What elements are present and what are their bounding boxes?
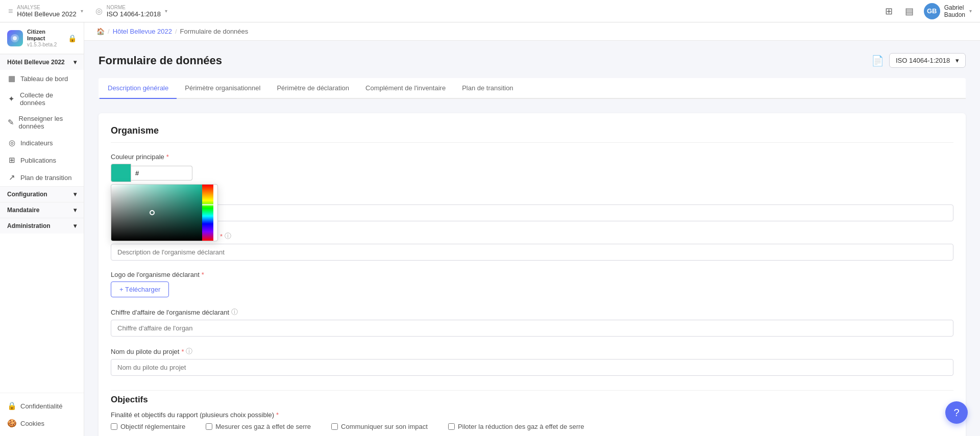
checkbox-input-2[interactable] bbox=[331, 423, 338, 430]
objectifs-title: Objectifs bbox=[111, 390, 953, 405]
sidebar-mandataire-header[interactable]: Mandataire ▾ bbox=[0, 202, 84, 218]
checkbox-row: Objectif réglementaire Mesurer ces gaz à… bbox=[111, 423, 953, 430]
checkbox-input-1[interactable] bbox=[206, 423, 212, 430]
upload-button[interactable]: + Télécharger bbox=[111, 281, 169, 297]
mandataire-chevron: ▾ bbox=[74, 207, 77, 214]
administration-label: Administration bbox=[7, 222, 51, 229]
tab-plan-transition[interactable]: Plan de transition bbox=[454, 78, 521, 99]
checkbox-item-0[interactable]: Objectif réglementaire bbox=[111, 423, 185, 430]
color-picker-popup[interactable] bbox=[111, 184, 218, 241]
checkbox-label-0: Objectif réglementaire bbox=[120, 423, 185, 430]
grid-icon[interactable]: ⊞ bbox=[883, 4, 895, 19]
organisme-title: Organisme bbox=[111, 125, 953, 143]
chiffre-affaire-label: Chiffre d'affaire de l'organisme déclara… bbox=[111, 307, 953, 317]
sidebar-item-cookies[interactable]: 🍪 Cookies bbox=[0, 415, 84, 432]
sidebar-bottom: 🔒 Confidentialité 🍪 Cookies bbox=[0, 393, 84, 436]
chiffre-affaire-input[interactable] bbox=[111, 320, 953, 337]
top-header: ≡ ANALYSE Hôtel Bellevue 2022 ▾ ◎ NORME … bbox=[0, 0, 980, 22]
nom-pilote-input[interactable] bbox=[111, 359, 953, 376]
nom-declarant-input[interactable] bbox=[111, 204, 953, 221]
norme-icon: ◎ bbox=[95, 6, 103, 16]
sidebar-configuration-header[interactable]: Configuration ▾ bbox=[0, 186, 84, 202]
color-gradient[interactable] bbox=[111, 185, 202, 241]
configuration-chevron: ▾ bbox=[74, 191, 77, 198]
color-swatch[interactable] bbox=[111, 164, 131, 182]
collecte-icon: ✦ bbox=[7, 94, 16, 104]
analyse-chevron[interactable]: ▾ bbox=[81, 8, 83, 14]
svg-point-1 bbox=[13, 36, 17, 40]
sidebar-item-plan-de-transition[interactable]: ↗ Plan de transition bbox=[0, 169, 84, 186]
sidebar-administration-header[interactable]: Administration ▾ bbox=[0, 218, 84, 234]
analyse-label: ANALYSE bbox=[17, 5, 76, 10]
checkbox-item-3[interactable]: Piloter la réduction des gaz à effet de … bbox=[448, 423, 584, 430]
sidebar-item-confidentialite[interactable]: 🔒 Confidentialité bbox=[0, 397, 84, 415]
sidebar-item-tableau-de-bord[interactable]: ▦ Tableau de bord bbox=[0, 70, 84, 87]
nom-declarant-group: Nom de l'organisme déclarant * ⓘ bbox=[111, 192, 953, 221]
avatar: GB bbox=[924, 3, 940, 19]
tab-complement-inventaire[interactable]: Complément de l'inventaire bbox=[357, 78, 454, 99]
dashboard-icon: ▦ bbox=[7, 74, 16, 83]
sidebar-item-label: Confidentialité bbox=[20, 402, 62, 410]
page-header-right: 📄 ISO 14064-1:2018 ▾ bbox=[871, 53, 966, 68]
breadcrumb-level1[interactable]: Hôtel Bellevue 2022 bbox=[113, 28, 172, 35]
analyse-info: ANALYSE Hôtel Bellevue 2022 bbox=[17, 5, 76, 18]
logo-text-block: Citizen Impact v1.5.3-beta.2 bbox=[27, 29, 64, 47]
sidebar-item-renseigner-les-donnees[interactable]: ✎ Renseigner les données bbox=[0, 111, 84, 134]
checkbox-label-2: Communiquer sur son impact bbox=[341, 423, 428, 430]
sidebar-project-header[interactable]: Hôtel Bellevue 2022 ▾ bbox=[0, 54, 84, 70]
color-hex-input[interactable] bbox=[131, 166, 192, 181]
checkbox-input-3[interactable] bbox=[448, 423, 455, 430]
norm-select[interactable]: ISO 14064-1:2018 ▾ bbox=[889, 53, 966, 68]
checkbox-item-2[interactable]: Communiquer sur son impact bbox=[331, 423, 428, 430]
nom-pilote-label: Nom du pilote du projet * ⓘ bbox=[111, 347, 953, 356]
checkbox-input-0[interactable] bbox=[111, 423, 117, 430]
color-picker-main bbox=[111, 185, 217, 241]
norme-chevron[interactable]: ▾ bbox=[165, 8, 167, 14]
confidentialite-icon: 🔒 bbox=[7, 401, 16, 411]
help-button[interactable]: ? bbox=[945, 401, 968, 424]
logo-required: * bbox=[202, 271, 204, 278]
checkbox-item-1[interactable]: Mesurer ces gaz à effet de serre bbox=[206, 423, 311, 430]
sidebar-item-label: Collecte de données bbox=[20, 91, 77, 107]
indicateurs-icon: ◎ bbox=[7, 138, 16, 147]
logo-group: Logo de l'organisme déclarant * + Téléch… bbox=[111, 271, 953, 297]
checkbox-label-1: Mesurer ces gaz à effet de serre bbox=[215, 423, 311, 430]
norm-select-value: ISO 14064-1:2018 bbox=[896, 57, 950, 64]
document-icon[interactable]: 📄 bbox=[871, 55, 884, 67]
pilote-required: * bbox=[181, 348, 184, 355]
color-input-row bbox=[111, 164, 953, 182]
sidebar-item-indicateurs[interactable]: ◎ Indicateurs bbox=[0, 134, 84, 151]
logo-icon bbox=[7, 30, 23, 46]
color-gradient-black bbox=[111, 185, 202, 241]
checkbox-label-3: Piloter la réduction des gaz à effet de … bbox=[458, 423, 584, 430]
user-section[interactable]: GB Gabriel Baudon ▾ bbox=[924, 3, 972, 19]
chiffre-info-icon[interactable]: ⓘ bbox=[231, 307, 238, 317]
breadcrumb: 🏠 / Hôtel Bellevue 2022 / Formulaire de … bbox=[84, 22, 980, 41]
finalite-required: * bbox=[276, 411, 279, 419]
spectrum-cursor bbox=[202, 204, 213, 206]
user-chevron[interactable]: ▾ bbox=[969, 8, 972, 14]
tab-perimetre-organisationnel[interactable]: Périmètre organisationnel bbox=[177, 78, 268, 99]
project-name: Hôtel Bellevue 2022 bbox=[7, 59, 65, 66]
color-spectrum[interactable] bbox=[202, 185, 213, 241]
pilote-info-icon[interactable]: ⓘ bbox=[186, 347, 192, 356]
tab-description-generale[interactable]: Description générale bbox=[100, 78, 177, 99]
couleur-group: Couleur principale * bbox=[111, 153, 953, 182]
norme-section[interactable]: ◎ NORME ISO 14064-1:2018 ▾ bbox=[95, 5, 167, 18]
finalite-group: Finalité et objectifs du rapport (plusie… bbox=[111, 411, 953, 430]
tab-perimetre-declaration[interactable]: Périmètre de déclaration bbox=[268, 78, 357, 99]
breadcrumb-home[interactable]: 🏠 bbox=[96, 28, 105, 35]
sidebar-item-publications[interactable]: ⊞ Publications bbox=[0, 151, 84, 169]
analyse-section[interactable]: ≡ ANALYSE Hôtel Bellevue 2022 ▾ bbox=[8, 5, 83, 18]
desc-info-icon[interactable]: ⓘ bbox=[225, 232, 231, 241]
sidebar-item-collecte-de-donnees[interactable]: ✦ Collecte de données bbox=[0, 87, 84, 111]
app-version: v1.5.3-beta.2 bbox=[27, 42, 64, 47]
app-name: Citizen Impact bbox=[27, 29, 64, 42]
administration-chevron: ▾ bbox=[74, 222, 77, 229]
description-declarant-input[interactable] bbox=[111, 244, 953, 261]
page-header: Formulaire de données 📄 ISO 14064-1:2018… bbox=[99, 53, 966, 68]
table-icon[interactable]: ▤ bbox=[903, 4, 916, 19]
description-declarant-group: Description de l'organisme déclarant * ⓘ bbox=[111, 232, 953, 261]
renseigner-icon: ✎ bbox=[7, 118, 15, 127]
sidebar: Citizen Impact v1.5.3-beta.2 🔒 Hôtel Bel… bbox=[0, 22, 84, 436]
